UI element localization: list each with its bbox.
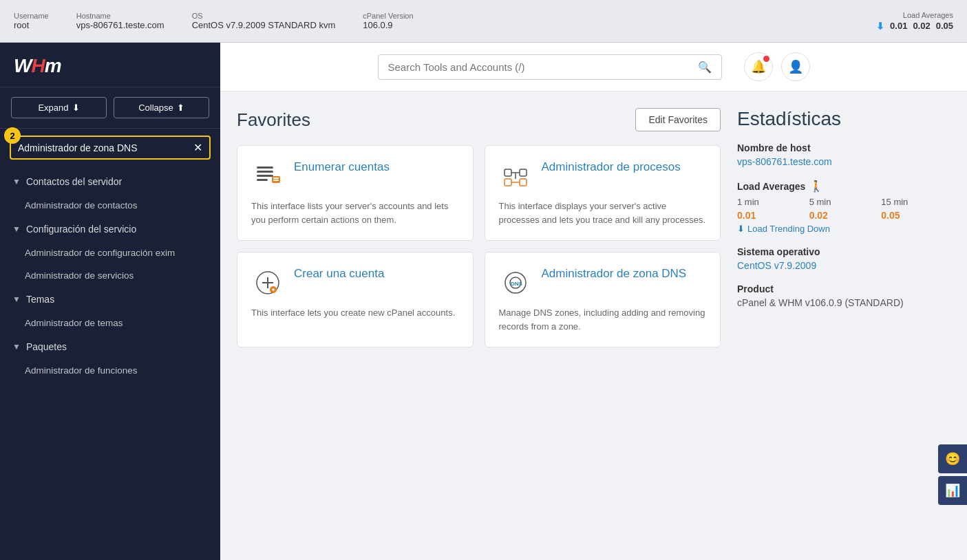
- load-15min-label: 15 min: [881, 197, 950, 207]
- chevron-down-icon-4: ▼: [12, 342, 21, 352]
- header-icons: 🔔 👤: [744, 52, 810, 81]
- nav-group-contactos[interactable]: ▼ Contactos del servidor: [0, 169, 220, 194]
- load-15-topbar: 0.05: [936, 21, 953, 31]
- fav-card-crear[interactable]: Crear una cuenta This interface lets you…: [237, 252, 474, 347]
- fav-card-enumerar-header: Enumerar cuentas: [251, 160, 459, 193]
- sidebar-search-input[interactable]: [18, 142, 193, 153]
- fav-card-dns-header: DNS Administrador de zona DNS: [499, 266, 707, 299]
- hostname-stat-value: vps-806761.teste.com: [737, 156, 950, 167]
- chevron-down-icon-2: ▼: [12, 224, 21, 234]
- main-search-input[interactable]: [388, 61, 692, 73]
- nav-group-paquetes[interactable]: ▼ Paquetes: [0, 334, 220, 359]
- nav-group-config-servicio[interactable]: ▼ Configuración del servicio: [0, 217, 220, 241]
- content-area: 🔍 🔔 👤 Favorites Edit Favorites: [220, 43, 967, 560]
- hostname-label: Hostname: [76, 12, 164, 20]
- load-averages-topbar-label: Load Averages: [903, 11, 953, 19]
- load-col-values: 0.01 0.02 0.05: [737, 210, 950, 221]
- load-col-labels: 1 min 5 min 15 min: [737, 197, 950, 207]
- nav-group-config-label: Configuración del servicio: [26, 224, 136, 235]
- os-section: OS CentOS v7.9.2009 STANDARD kvm: [192, 12, 336, 30]
- os-stat: Sistema operativo CentOS v7.9.2009: [737, 246, 950, 271]
- svg-text:DNS: DNS: [511, 281, 523, 287]
- search-icon: 🔍: [698, 61, 712, 74]
- sidebar-search-box[interactable]: 2 ✕: [10, 136, 211, 160]
- content-header: 🔍 🔔 👤: [220, 43, 967, 91]
- hostname-value: vps-806761.teste.com: [76, 20, 164, 30]
- top-bar: Username root Hostname vps-806761.teste.…: [0, 0, 967, 43]
- chat-float-button[interactable]: 😊: [938, 444, 967, 473]
- nav-group-contactos-label: Contactos del servidor: [26, 176, 122, 187]
- notifications-button[interactable]: 🔔: [744, 52, 773, 81]
- collapse-button[interactable]: Collapse ⬆: [114, 97, 209, 118]
- stats-title: Estadísticas: [737, 108, 950, 130]
- procesos-icon: [499, 160, 532, 193]
- username-section: Username root: [14, 12, 49, 30]
- sidebar-item-admin-contactos[interactable]: Administrador de contactos: [0, 194, 220, 217]
- product-stat-value: cPanel & WHM v106.0.9 (STANDARD): [737, 297, 950, 308]
- fav-card-enumerar[interactable]: Enumerar cuentas This interface lists yo…: [237, 145, 474, 241]
- load-stats-header: Load Averages 🚶: [737, 180, 950, 193]
- nav-group-paquetes-label: Paquetes: [26, 341, 67, 352]
- main-content: Favorites Edit Favorites: [220, 91, 967, 560]
- svg-rect-8: [520, 169, 527, 176]
- load-averages-topbar-values: ⬇ 0.01 0.02 0.05: [876, 21, 953, 32]
- load-down-icon: ⬇: [876, 21, 884, 32]
- whm-logo-text: WHm: [14, 55, 206, 77]
- fav-card-dns[interactable]: DNS Administrador de zona DNS Manage DNS…: [485, 252, 721, 347]
- sidebar: WHm Expand ⬇ Collapse ⬆ 2 ✕ ▼ Contactos …: [0, 43, 220, 560]
- enumerar-icon: [251, 160, 284, 193]
- username-label: Username: [14, 12, 49, 20]
- fav-title-enumerar: Enumerar cuentas: [294, 160, 390, 175]
- sidebar-item-admin-funciones[interactable]: Administrador de funciones: [0, 359, 220, 382]
- svg-rect-7: [504, 169, 511, 176]
- os-stat-label: Sistema operativo: [737, 246, 950, 257]
- nav-group-temas-label: Temas: [26, 294, 54, 305]
- os-value: CentOS v7.9.2009 STANDARD kvm: [192, 20, 336, 30]
- sidebar-item-config-exim[interactable]: Administrador de configuración exim: [0, 241, 220, 264]
- load-stats-label: Load Averages: [737, 181, 805, 192]
- load-15min-value: 0.05: [881, 210, 950, 221]
- svg-rect-1: [257, 171, 273, 173]
- notification-badge: [763, 56, 769, 62]
- os-label: OS: [192, 12, 336, 20]
- fav-card-procesos[interactable]: Administrador de procesos This interface…: [485, 145, 721, 241]
- hostname-stat-label: Nombre de host: [737, 142, 950, 153]
- nav-group-temas[interactable]: ▼ Temas: [0, 287, 220, 312]
- product-stat-label: Product: [737, 283, 950, 294]
- load-trending-link[interactable]: ⬇ Load Trending Down: [737, 224, 950, 234]
- sidebar-logo: WHm: [0, 43, 220, 87]
- svg-rect-2: [257, 175, 273, 177]
- load-5-topbar: 0.02: [913, 21, 930, 31]
- trending-down-icon: ⬇: [737, 224, 745, 234]
- svg-rect-6: [273, 180, 279, 181]
- svg-rect-3: [257, 179, 268, 181]
- nav-section: ▼ Contactos del servidor Administrador d…: [0, 166, 220, 385]
- favorites-title: Favorites: [237, 109, 310, 131]
- load-stats-block: Load Averages 🚶 1 min 5 min 15 min 0.01 …: [737, 180, 950, 234]
- product-stat: Product cPanel & WHM v106.0.9 (STANDARD): [737, 283, 950, 308]
- load-averages-topbar: Load Averages ⬇ 0.01 0.02 0.05: [876, 11, 953, 32]
- dns-icon: DNS: [499, 266, 532, 299]
- username-value: root: [14, 20, 49, 30]
- sidebar-item-admin-temas[interactable]: Administrador de temas: [0, 312, 220, 334]
- crear-icon: [251, 266, 284, 299]
- sidebar-item-admin-servicios[interactable]: Administrador de servicios: [0, 264, 220, 287]
- cpanel-label: cPanel Version: [363, 12, 413, 20]
- chevron-down-icon: ▼: [12, 177, 21, 186]
- expand-label: Expand: [38, 103, 68, 113]
- fav-desc-dns: Manage DNS zones, including adding and r…: [499, 306, 707, 333]
- expand-button[interactable]: Expand ⬇: [11, 97, 107, 118]
- chart-float-button[interactable]: 📊: [938, 476, 967, 505]
- favorites-section: Favorites Edit Favorites: [237, 108, 721, 543]
- user-profile-button[interactable]: 👤: [781, 52, 810, 81]
- sidebar-search-clear-button[interactable]: ✕: [193, 141, 202, 154]
- edit-favorites-button[interactable]: Edit Favorites: [635, 108, 721, 131]
- fav-desc-enumerar: This interface lists your server's accou…: [251, 200, 459, 226]
- load-1min-label: 1 min: [737, 197, 807, 207]
- main-search-bar[interactable]: 🔍: [378, 54, 722, 80]
- svg-rect-0: [257, 166, 273, 169]
- fav-title-procesos: Administrador de procesos: [542, 160, 681, 175]
- collapse-icon: ⬆: [177, 103, 184, 113]
- fav-card-crear-header: Crear una cuenta: [251, 266, 459, 299]
- chevron-down-icon-3: ▼: [12, 294, 21, 304]
